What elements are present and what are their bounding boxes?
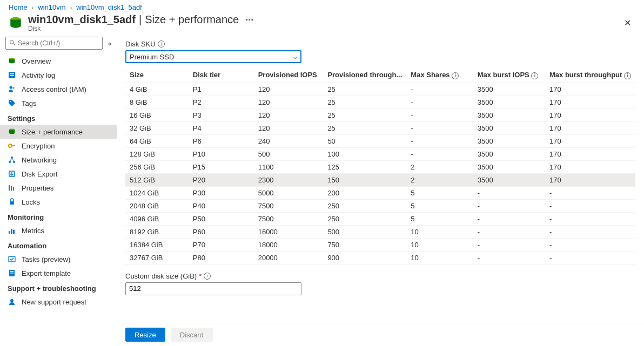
sidebar-item-label: Size + performance <box>22 128 83 136</box>
sidebar-item-activity-log[interactable]: Activity log <box>0 68 117 82</box>
table-cell: 25 <box>323 96 406 108</box>
table-row[interactable]: 16 GiBP312025-3500170 <box>125 108 635 121</box>
column-header[interactable]: Provisioned IOPS <box>254 67 324 83</box>
sidebar-item-new-support-request[interactable]: New support request <box>0 295 117 309</box>
table-cell: - <box>473 186 545 199</box>
table-cell: 8 GiB <box>125 96 189 108</box>
sidebar-item-tags[interactable]: Tags <box>0 96 117 110</box>
table-cell: 64 GiB <box>125 134 189 147</box>
sidebar-item-properties[interactable]: Properties <box>0 181 117 195</box>
log-icon <box>8 71 16 79</box>
table-row[interactable]: 8192 GiBP601600050010-- <box>125 225 635 238</box>
column-header[interactable]: Max burst IOPS i <box>473 67 545 83</box>
svg-point-2 <box>10 40 14 44</box>
column-header[interactable]: Size <box>125 67 189 83</box>
info-icon[interactable]: i <box>531 72 538 79</box>
svg-rect-13 <box>11 145 15 146</box>
custom-size-label: Custom disk size (GiB) * i <box>125 272 635 280</box>
sidebar-item-export-template[interactable]: Export template <box>0 266 117 280</box>
table-cell: 2 <box>406 173 473 186</box>
table-row[interactable]: 4 GiBP112025-3500170 <box>125 83 635 96</box>
table-cell: 3500 <box>473 147 545 160</box>
table-cell: - <box>406 121 473 134</box>
table-cell: 10 <box>406 251 473 264</box>
table-cell: 500 <box>323 225 406 238</box>
sidebar-item-label: Access control (IAM) <box>22 85 86 93</box>
breadcrumb-link[interactable]: win10vm_disk1_5adf <box>76 3 142 11</box>
sidebar-item-label: Export template <box>22 269 71 277</box>
table-row[interactable]: 32 GiBP412025-3500170 <box>125 121 635 134</box>
table-row[interactable]: 4096 GiBP5075002505-- <box>125 212 635 225</box>
sidebar-item-metrics[interactable]: Metrics <box>0 223 117 238</box>
table-cell: P2 <box>189 96 254 108</box>
table-row[interactable]: 16384 GiBP701800075010-- <box>125 238 635 251</box>
table-row[interactable]: 32767 GiBP802000090010-- <box>125 251 635 264</box>
table-row[interactable]: 64 GiBP624050-3500170 <box>125 134 635 147</box>
search-input[interactable] <box>18 39 99 47</box>
sidebar-item-encryption[interactable]: Encryption <box>0 139 117 153</box>
table-row[interactable]: 128 GiBP10500100-3500170 <box>125 147 635 160</box>
close-button[interactable]: ✕ <box>620 16 635 30</box>
table-cell: 170 <box>545 83 635 96</box>
column-header[interactable]: Disk tier <box>189 67 254 83</box>
column-header[interactable]: Max Shares i <box>406 67 473 83</box>
key-icon <box>8 141 16 150</box>
table-cell: 125 <box>323 160 406 173</box>
table-cell: 200 <box>323 186 406 199</box>
table-cell: P10 <box>189 147 254 160</box>
sidebar-item-access-control-iam-[interactable]: Access control (IAM) <box>0 82 117 96</box>
sidebar-item-label: Metrics <box>22 227 44 235</box>
search-icon <box>9 39 16 48</box>
table-row[interactable]: 256 GiBP15110012523500170 <box>125 160 635 173</box>
table-row[interactable]: 2048 GiBP4075002505-- <box>125 199 635 212</box>
info-icon[interactable]: i <box>158 40 165 48</box>
table-cell: P70 <box>189 238 254 251</box>
table-cell: - <box>473 251 545 264</box>
sidebar-section-header: Support + troubleshooting <box>0 280 117 295</box>
table-cell: 170 <box>545 173 635 186</box>
chevron-down-icon: ⌵ <box>293 53 297 60</box>
table-cell: 128 GiB <box>125 147 189 160</box>
more-actions-button[interactable]: ··· <box>245 15 253 25</box>
table-cell: 32767 GiB <box>125 251 189 264</box>
svg-rect-19 <box>11 186 12 191</box>
column-header[interactable]: Provisioned through... <box>323 67 406 83</box>
table-row[interactable]: 512 GiBP20230015023500170 <box>125 173 635 186</box>
info-icon[interactable]: i <box>624 72 631 79</box>
breadcrumb-link[interactable]: Home <box>9 3 28 11</box>
table-cell: 10 <box>406 225 473 238</box>
sidebar-item-tasks-preview-[interactable]: Tasks (preview) <box>0 252 117 266</box>
table-row[interactable]: 8 GiBP212025-3500170 <box>125 96 635 108</box>
sidebar-item-locks[interactable]: Locks <box>0 195 117 209</box>
table-cell: 4096 GiB <box>125 212 189 225</box>
iam-icon <box>8 85 16 93</box>
collapse-sidebar-button[interactable]: « <box>106 37 114 50</box>
table-cell: 3500 <box>473 134 545 147</box>
table-cell: 25 <box>323 108 406 121</box>
table-cell: 20000 <box>254 251 324 264</box>
table-cell: 3500 <box>473 96 545 108</box>
table-cell: 170 <box>545 121 635 134</box>
column-header[interactable]: Max burst throughput i <box>545 67 635 83</box>
sidebar-search[interactable] <box>5 37 103 50</box>
table-cell: P20 <box>189 173 254 186</box>
table-row[interactable]: 1024 GiBP3050002005-- <box>125 186 635 199</box>
net-icon <box>8 155 16 164</box>
info-icon[interactable]: i <box>204 273 211 280</box>
sidebar-item-label: Encryption <box>22 142 55 150</box>
sidebar-item-overview[interactable]: Overview <box>0 54 117 68</box>
table-cell: 120 <box>254 121 324 134</box>
table-cell: 150 <box>323 173 406 186</box>
resize-button[interactable]: Resize <box>125 328 165 342</box>
table-cell: 120 <box>254 108 324 121</box>
table-cell: 8192 GiB <box>125 225 189 238</box>
sidebar-item-disk-export[interactable]: Disk Export <box>0 167 117 181</box>
discard-button[interactable]: Discard <box>171 328 213 342</box>
custom-size-input[interactable] <box>125 282 301 295</box>
sidebar-item-networking[interactable]: Networking <box>0 153 117 167</box>
breadcrumb-link[interactable]: win10vm <box>38 3 65 11</box>
info-icon[interactable]: i <box>452 72 459 79</box>
disk-sku-select[interactable]: Premium SSD ⌵ <box>125 50 301 63</box>
table-cell: 250 <box>323 199 406 212</box>
sidebar-item-size-performance[interactable]: Size + performance <box>0 125 117 139</box>
